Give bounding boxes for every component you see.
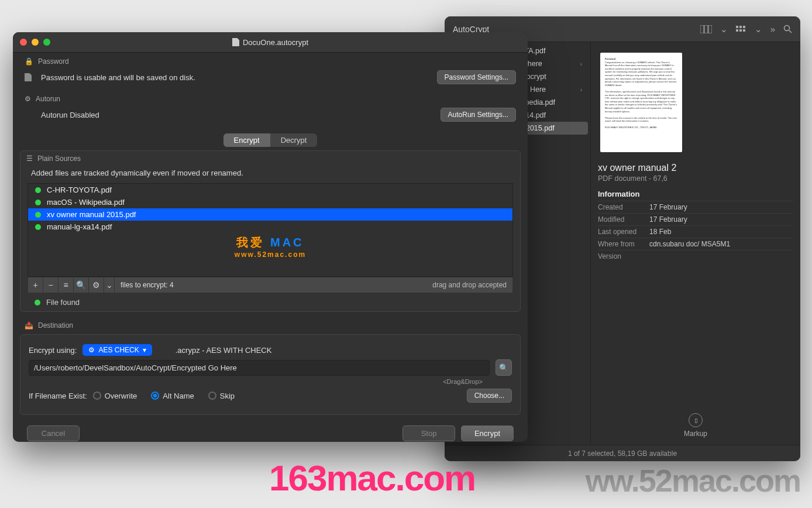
file-name: xv owner manual 2015.pdf	[47, 210, 136, 219]
radio-skip[interactable]: Skip	[208, 392, 235, 400]
svg-rect-4	[739, 26, 742, 28]
preview-title: xv owner manual 2	[598, 163, 793, 173]
stop-button[interactable]: Stop	[402, 425, 455, 441]
plain-sources-label: Plain Sources	[37, 155, 81, 163]
columns-icon[interactable]	[700, 25, 712, 33]
drag-drop-hint: <Drag&Drop>	[443, 378, 483, 385]
info-key: Modified	[598, 215, 649, 224]
zoom-button[interactable]	[43, 39, 50, 46]
destination-section-header: 📤 Destination	[13, 317, 528, 332]
footer-buttons: Cancel Stop Encrypt	[13, 415, 528, 442]
file-name: C-HR-TOYOTA.pdf	[47, 186, 112, 194]
more-icon[interactable]: »	[770, 24, 775, 34]
dropdown-button[interactable]: ⌄	[104, 277, 115, 293]
preview-info-row: Where fromcdn.subaru doc/ MSA5M1	[598, 238, 793, 250]
radio-altname[interactable]: Alt Name	[151, 392, 194, 400]
autorun-settings-button[interactable]: AutoRun Settings...	[441, 108, 516, 122]
chevron-down-icon[interactable]: ⌄	[720, 24, 728, 35]
info-key: Where from	[598, 240, 649, 248]
settings-button[interactable]: ⚙	[89, 277, 104, 293]
svg-rect-6	[736, 29, 738, 32]
list-icon: ☰	[26, 155, 33, 163]
autorun-message: Autorun Disabled	[41, 111, 441, 119]
algorithm-select[interactable]: ⚙AES CHECK▾	[82, 344, 152, 356]
password-settings-button[interactable]: Password Settings...	[437, 70, 516, 84]
chevron-down-icon[interactable]: ⌄	[755, 24, 762, 35]
status-dot-icon	[35, 200, 41, 205]
preview-thumbnail: ForewordCongratulations on choosing a SU…	[600, 53, 682, 152]
file-list[interactable]: 我爱 MAC www.52mac.com C-HR-TOYOTA.pdfmacO…	[27, 183, 513, 277]
destination-path-input[interactable]	[29, 360, 490, 376]
password-message: Password is usable and will be saved on …	[41, 73, 437, 82]
page-watermark-b: ww.52mac.com	[586, 462, 800, 499]
info-value: cdn.subaru doc/ MSA5M1	[649, 240, 730, 248]
window-title: DocuOne.autocrypt	[50, 38, 490, 47]
svg-line-10	[789, 30, 792, 33]
encrypt-using-label: Encrypt using:	[29, 346, 77, 355]
status-dot-icon	[35, 224, 41, 230]
preview-subtitle: PDF document - 67,6	[598, 174, 793, 183]
document-icon	[232, 38, 239, 46]
minimize-button[interactable]	[32, 39, 39, 46]
close-button[interactable]	[20, 39, 27, 46]
if-exist-label: If Filename Exist:	[29, 392, 87, 400]
svg-rect-8	[743, 29, 745, 32]
tracking-message: Added files are tracked dynamically even…	[20, 166, 520, 183]
file-row[interactable]: C-HR-TOYOTA.pdf	[28, 184, 512, 196]
browse-button[interactable]: 🔍	[496, 359, 512, 376]
radio-overwrite[interactable]: Overwrite	[93, 392, 137, 400]
info-value: 17 February	[649, 203, 687, 211]
svg-rect-3	[736, 26, 738, 28]
grid-icon[interactable]	[736, 26, 746, 33]
page-watermark-a: 163mac.com	[269, 457, 475, 499]
finder-status-bar: 1 of 7 selected, 58,19 GB available	[445, 445, 800, 461]
preview-info-row: Version	[598, 250, 793, 262]
finder-preview: ForewordCongratulations on choosing a SU…	[591, 42, 800, 445]
svg-rect-1	[704, 25, 708, 33]
watermark-overlay: 我爱 MAC www.52mac.com	[235, 235, 306, 259]
info-value: 18 Feb	[649, 228, 671, 236]
file-row[interactable]: manual-lg-xa14.pdf	[28, 221, 512, 233]
mode-tabs: Encrypt Decrypt	[13, 133, 528, 147]
autorun-section-header: ⚙ Autorun	[13, 90, 528, 105]
cancel-button[interactable]: Cancel	[27, 425, 80, 441]
preview-info-header: Information	[598, 190, 793, 198]
gear-icon: ⚙	[25, 95, 31, 103]
document-icon	[25, 73, 32, 81]
drag-hint: drag and drop accepted	[426, 281, 512, 289]
encrypt-button[interactable]: Encrypt	[461, 425, 514, 441]
list-view-button[interactable]: ≡	[59, 277, 74, 293]
choose-button[interactable]: Choose...	[467, 389, 512, 403]
svg-point-9	[785, 26, 790, 31]
search-button[interactable]: 🔍	[74, 277, 89, 293]
autocrypt-window: DocuOne.autocrypt 🔒 Password Password is…	[13, 32, 528, 442]
preview-info-row: Modified17 February	[598, 213, 793, 225]
file-toolbar: + − ≡ 🔍 ⚙ ⌄ files to encrypt: 4 drag and…	[27, 277, 513, 293]
destination-panel: Encrypt using: ⚙AES CHECK▾ .acrypz - AES…	[20, 334, 521, 415]
search-icon[interactable]	[783, 25, 792, 33]
tab-decrypt[interactable]: Decrypt	[270, 133, 318, 147]
tab-encrypt[interactable]: Encrypt	[223, 133, 270, 147]
markup-action[interactable]: ⩇ Markup	[598, 413, 793, 438]
remove-button[interactable]: −	[43, 277, 59, 293]
info-value: 17 February	[649, 215, 687, 224]
file-row[interactable]: xv owner manual 2015.pdf	[28, 208, 512, 221]
markup-icon: ⩇	[689, 413, 703, 427]
status-dot-icon	[35, 212, 41, 218]
status-dot-icon	[35, 300, 40, 306]
folder-out-icon: 📤	[25, 321, 33, 329]
svg-rect-5	[743, 26, 745, 28]
file-count: files to encrypt: 4	[115, 281, 180, 289]
sources-panel: ☰ Plain Sources Added files are tracked …	[20, 150, 521, 312]
info-key: Version	[598, 252, 649, 260]
svg-rect-0	[700, 25, 704, 33]
titlebar: DocuOne.autocrypt	[13, 32, 528, 53]
file-row[interactable]: macOS - Wikipedia.pdf	[28, 196, 512, 208]
status-dot-icon	[35, 187, 41, 193]
password-section-header: 🔒 Password	[13, 53, 528, 68]
add-button[interactable]: +	[28, 277, 43, 293]
lock-icon: 🔒	[25, 57, 33, 66]
preview-info-row: Created17 February	[598, 201, 793, 213]
chevron-right-icon: ›	[580, 61, 582, 67]
chevron-right-icon: ›	[580, 87, 582, 93]
